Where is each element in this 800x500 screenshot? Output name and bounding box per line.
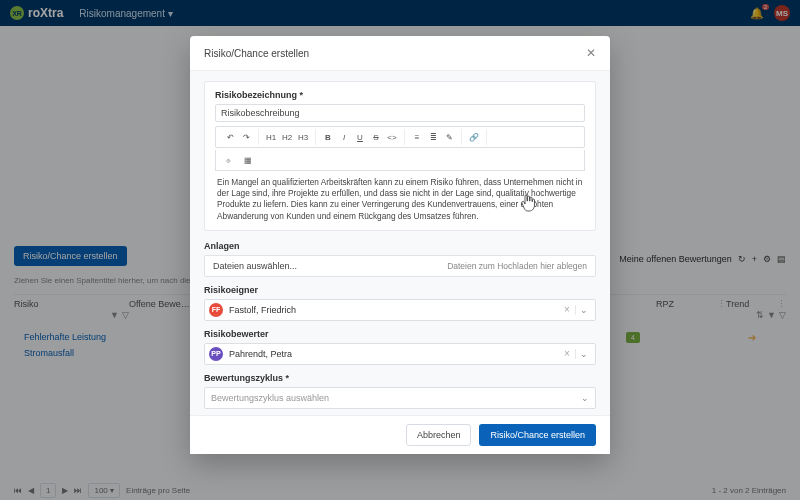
- redo-icon[interactable]: ↷: [238, 129, 254, 145]
- close-icon[interactable]: ✕: [586, 46, 596, 60]
- description-label-input[interactable]: Risikobeschreibung: [215, 104, 585, 122]
- modal-title: Risiko/Chance erstellen: [204, 48, 309, 59]
- link-icon[interactable]: 🔗: [466, 129, 482, 145]
- label-risikoeigner: Risikoeigner: [204, 285, 596, 295]
- label-risikobezeichnung: Risikobezeichnung *: [215, 90, 585, 100]
- code-button[interactable]: <>: [384, 129, 400, 145]
- cancel-button[interactable]: Abbrechen: [406, 424, 472, 446]
- clear-icon[interactable]: ×: [559, 348, 575, 359]
- chevron-down-icon[interactable]: ⌄: [575, 305, 591, 315]
- file-drop-hint: Dateien zum Hochladen hier ablegen: [447, 261, 587, 271]
- assessor-select[interactable]: PP Pahrendt, Petra × ⌄: [204, 343, 596, 365]
- bold-button[interactable]: B: [320, 129, 336, 145]
- bullet-list-icon[interactable]: ≡: [409, 129, 425, 145]
- owner-select[interactable]: FF Fastolf, Friedrich × ⌄: [204, 299, 596, 321]
- chevron-down-icon[interactable]: ⌄: [581, 393, 589, 403]
- table-icon[interactable]: ▦: [240, 152, 256, 168]
- underline-button[interactable]: U: [352, 129, 368, 145]
- owner-name: Fastolf, Friedrich: [229, 305, 296, 315]
- label-bewertungszyklus: Bewertungszyklus *: [204, 373, 596, 383]
- label-anlagen: Anlagen: [204, 241, 596, 251]
- modal-body: Risikobezeichnung * Risikobeschreibung ↶…: [190, 71, 610, 415]
- italic-button[interactable]: I: [336, 129, 352, 145]
- modal-footer: Abbrechen Risiko/Chance erstellen: [190, 415, 610, 454]
- file-dropzone[interactable]: Dateien auswählen... Dateien zum Hochlad…: [204, 255, 596, 277]
- cycle-select[interactable]: Bewertungszyklus auswählen ⌄: [204, 387, 596, 409]
- assessor-avatar: PP: [209, 347, 223, 361]
- ordered-list-icon[interactable]: ≣: [425, 129, 441, 145]
- submit-button[interactable]: Risiko/Chance erstellen: [479, 424, 596, 446]
- description-textarea[interactable]: Ein Mangel an qualifizierten Arbeitskräf…: [215, 171, 585, 222]
- h2-button[interactable]: H2: [279, 129, 295, 145]
- owner-avatar: FF: [209, 303, 223, 317]
- quote-icon[interactable]: ⟐: [220, 152, 236, 168]
- create-risk-modal: Risiko/Chance erstellen ✕ Risikobezeichn…: [190, 36, 610, 454]
- assessor-name: Pahrendt, Petra: [229, 349, 292, 359]
- h3-button[interactable]: H3: [295, 129, 311, 145]
- chevron-down-icon[interactable]: ⌄: [575, 349, 591, 359]
- cycle-placeholder: Bewertungszyklus auswählen: [211, 393, 329, 403]
- clear-icon[interactable]: ×: [559, 304, 575, 315]
- file-select-button[interactable]: Dateien auswählen...: [213, 261, 297, 271]
- strike-button[interactable]: S: [368, 129, 384, 145]
- h1-button[interactable]: H1: [263, 129, 279, 145]
- undo-icon[interactable]: ↶: [222, 129, 238, 145]
- highlight-icon[interactable]: ✎: [441, 129, 457, 145]
- rte-toolbar: ↶ ↷ H1 H2 H3 B I U S <> ≡ ≣: [215, 126, 585, 148]
- modal-header: Risiko/Chance erstellen ✕: [190, 36, 610, 71]
- label-risikobewerter: Risikobewerter: [204, 329, 596, 339]
